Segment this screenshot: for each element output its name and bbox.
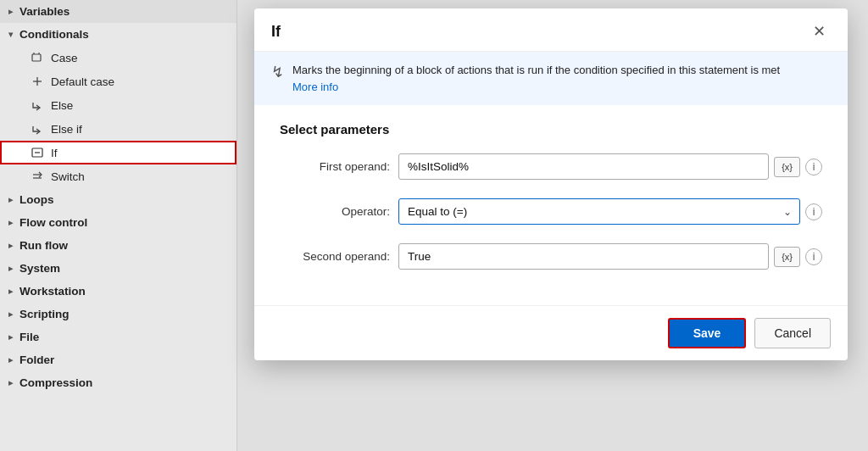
sidebar-item-folder[interactable]: ▸ Folder — [0, 348, 236, 371]
chevron-right-icon-file: ▸ — [8, 332, 13, 342]
sidebar-item-file[interactable]: ▸ File — [0, 326, 236, 348]
chevron-right-icon: ▸ — [8, 7, 13, 16]
sidebar-item-switch[interactable]: Switch — [0, 164, 236, 188]
operator-select-wrap: Equal to (=) Not equal to (<>) Greater t… — [398, 198, 822, 225]
first-operand-var-button[interactable]: {x} — [774, 157, 800, 177]
operator-row: Operator: Equal to (=) Not equal to (<>)… — [280, 198, 822, 225]
second-operand-info-icon[interactable]: i — [805, 248, 822, 265]
second-operand-input-wrap: {x} i — [398, 243, 822, 270]
sidebar-item-workstation[interactable]: ▸ Workstation — [0, 280, 236, 303]
sidebar-item-loops[interactable]: ▸ Loops — [0, 188, 236, 211]
sidebar-item-case[interactable]: Case — [0, 46, 236, 70]
first-operand-row: First operand: {x} i — [280, 153, 822, 180]
svg-rect-0 — [32, 54, 41, 61]
sidebar-item-scripting[interactable]: ▸ Scripting — [0, 303, 236, 326]
chevron-right-icon-compression: ▸ — [8, 378, 13, 387]
dialog-header: If ✕ — [254, 8, 848, 52]
sidebar-item-run-flow[interactable]: ▸ Run flow — [0, 234, 236, 257]
chevron-right-icon-workstation: ▸ — [8, 287, 13, 296]
second-operand-input[interactable] — [398, 243, 769, 270]
else-if-icon — [31, 122, 44, 136]
case-icon — [31, 51, 44, 64]
sidebar-item-default-case[interactable]: Default case — [0, 70, 236, 93]
dialog-title: If — [271, 23, 281, 41]
sidebar: ▸ Variables ▾ Conditionals Case Default … — [0, 0, 237, 451]
chevron-right-icon-system: ▸ — [8, 264, 13, 273]
first-operand-info-icon[interactable]: i — [805, 159, 822, 175]
chevron-right-icon-run: ▸ — [8, 241, 13, 250]
chevron-down-icon: ▾ — [8, 30, 13, 39]
info-text-content: Marks the beginning of a block of action… — [292, 62, 780, 95]
sidebar-item-if[interactable]: If — [0, 141, 236, 164]
dialog-if: If ✕ ↯ Marks the beginning of a block of… — [254, 8, 848, 360]
first-operand-input-wrap: {x} i — [398, 153, 822, 180]
operator-label: Operator: — [280, 205, 390, 218]
sidebar-item-conditionals[interactable]: ▾ Conditionals — [0, 23, 236, 46]
sidebar-item-flow-control[interactable]: ▸ Flow control — [0, 211, 236, 234]
switch-icon — [31, 170, 44, 183]
chevron-right-icon-scripting: ▸ — [8, 309, 13, 319]
else-icon — [31, 98, 44, 112]
save-button[interactable]: Save — [668, 318, 747, 348]
dialog-footer: Save Cancel — [254, 305, 848, 360]
first-operand-label: First operand: — [280, 160, 390, 173]
sidebar-item-else-if[interactable]: Else if — [0, 117, 236, 141]
cancel-button[interactable]: Cancel — [754, 318, 831, 348]
sidebar-item-variables[interactable]: ▸ Variables — [0, 0, 236, 23]
sidebar-item-system[interactable]: ▸ System — [0, 257, 236, 280]
chevron-right-icon-flow: ▸ — [8, 218, 13, 227]
first-operand-input[interactable] — [398, 153, 769, 180]
dialog-body: Select parameters First operand: {x} i O… — [254, 105, 848, 305]
main-area: If ✕ ↯ Marks the beginning of a block of… — [237, 0, 868, 451]
dialog-info-banner: ↯ Marks the beginning of a block of acti… — [254, 52, 848, 105]
operator-info-icon[interactable]: i — [805, 203, 822, 220]
if-icon — [31, 146, 44, 159]
operator-select[interactable]: Equal to (=) Not equal to (<>) Greater t… — [398, 198, 800, 225]
sidebar-item-else[interactable]: Else — [0, 93, 236, 117]
second-operand-label: Second operand: — [280, 250, 390, 263]
chevron-right-icon-folder: ▸ — [8, 355, 13, 365]
second-operand-row: Second operand: {x} i — [280, 243, 822, 270]
default-case-icon — [31, 75, 44, 88]
chevron-right-icon-loops: ▸ — [8, 195, 13, 204]
second-operand-var-button[interactable]: {x} — [774, 247, 800, 267]
sidebar-item-compression[interactable]: ▸ Compression — [0, 371, 236, 394]
more-info-link[interactable]: More info — [292, 81, 338, 93]
section-title: Select parameters — [280, 122, 822, 136]
info-arrow-icon: ↯ — [271, 63, 284, 81]
close-button[interactable]: ✕ — [808, 20, 831, 42]
